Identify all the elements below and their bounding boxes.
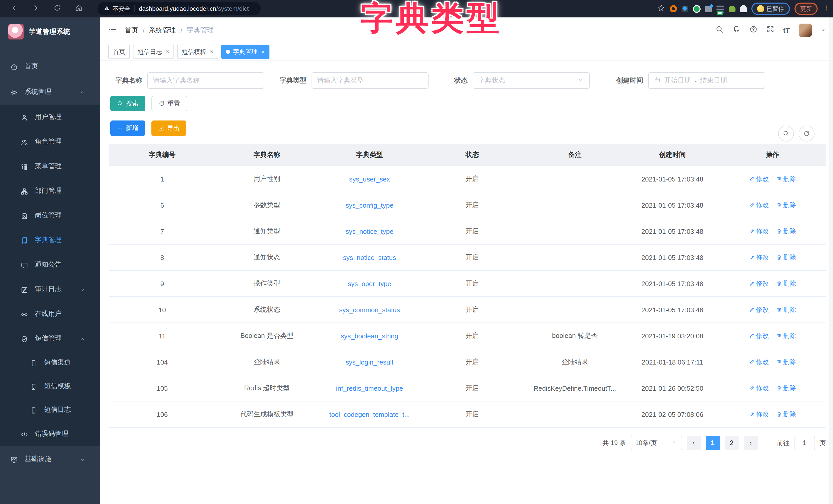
cell-type-link[interactable]: inf_redis_timeout_type	[318, 375, 421, 401]
dict-name-label: 字典名称	[110, 76, 142, 85]
sidebar-item-岗位管理[interactable]: 岗位管理	[0, 203, 100, 228]
delete-link[interactable]: 删除	[776, 254, 796, 261]
collapse-sidebar-icon[interactable]	[108, 25, 117, 35]
reset-button[interactable]: 重置	[151, 96, 187, 111]
tab-短信模板[interactable]: 短信模板×	[177, 45, 218, 59]
refresh-button[interactable]	[799, 126, 814, 142]
delete-link[interactable]: 删除	[776, 227, 796, 234]
date-range-picker[interactable]: 开始日期 - 结束日期	[648, 72, 765, 89]
edit-link[interactable]: 修改	[749, 332, 769, 339]
delete-link[interactable]: 删除	[776, 306, 796, 313]
back-icon[interactable]	[6, 4, 22, 14]
bookmark-star-icon[interactable]	[657, 4, 665, 14]
goto-page-input[interactable]	[794, 436, 815, 450]
sidebar-item-短信管理[interactable]: 短信管理	[0, 326, 100, 351]
dict-name-input[interactable]: 请输入字典名称	[147, 72, 264, 89]
breadcrumb-item[interactable]: 系统管理	[149, 26, 176, 35]
chevron-up-icon	[79, 88, 92, 96]
paused-badge[interactable]: 已暂停	[751, 3, 790, 15]
add-button[interactable]: 新增	[110, 121, 145, 136]
cell-type-link[interactable]: sys_boolean_string	[318, 323, 421, 349]
edit-link[interactable]: 修改	[749, 358, 769, 365]
sidebar-item-错误码管理[interactable]: 错误码管理	[0, 422, 100, 446]
prev-page-button[interactable]	[687, 436, 701, 450]
next-page-button[interactable]	[743, 436, 758, 450]
help-icon[interactable]	[749, 25, 758, 35]
github-icon[interactable]	[732, 25, 741, 35]
edit-link[interactable]: 修改	[749, 254, 769, 261]
sidebar-item-审计日志[interactable]: 审计日志	[0, 277, 100, 301]
export-button[interactable]: 导出	[151, 121, 186, 136]
delete-link[interactable]: 删除	[776, 175, 796, 182]
close-icon[interactable]: ×	[210, 48, 214, 55]
chevron-down-icon[interactable]	[821, 26, 826, 35]
page-button-1[interactable]: 1	[706, 436, 720, 450]
home-icon[interactable]	[71, 4, 86, 14]
search-button[interactable]: 搜索	[110, 96, 145, 111]
edit-link[interactable]: 修改	[749, 384, 769, 392]
sidebar-item-基础设施[interactable]: 基础设施	[0, 446, 100, 472]
sidebar-item-短信渠道[interactable]: 短信渠道	[0, 351, 100, 374]
update-button[interactable]: 更新	[794, 3, 817, 15]
page-size-select[interactable]: 10条/页	[630, 436, 682, 450]
status-select[interactable]: 字典状态	[473, 72, 590, 89]
hide-search-button[interactable]	[778, 126, 794, 142]
sidebar-item-部门管理[interactable]: 部门管理	[0, 178, 100, 203]
edit-link[interactable]: 修改	[749, 410, 769, 418]
font-size-icon[interactable]: tT	[783, 26, 790, 34]
extension-on-icon[interactable]	[716, 5, 724, 12]
breadcrumb-item[interactable]: 首页	[125, 26, 138, 35]
cell-type-link[interactable]: sys_common_status	[318, 297, 421, 323]
extension-icon[interactable]	[681, 5, 688, 12]
close-icon[interactable]: ×	[166, 48, 169, 55]
sidebar-item-首页[interactable]: 首页	[0, 53, 100, 79]
browser-menu-icon[interactable]	[823, 4, 830, 13]
delete-link[interactable]: 删除	[776, 358, 796, 365]
sidebar-item-短信日志[interactable]: 短信日志	[0, 398, 100, 422]
delete-link[interactable]: 删除	[776, 410, 796, 418]
sidebar-item-字典管理[interactable]: 字典管理	[0, 228, 100, 252]
tab-首页[interactable]: 首页	[108, 45, 130, 59]
fullscreen-icon[interactable]	[766, 25, 775, 35]
address-bar[interactable]: 不安全 dashboard.yudao.iocoder.cn/system/di…	[97, 2, 261, 16]
reload-icon[interactable]	[49, 4, 65, 14]
tab-短信日志[interactable]: 短信日志×	[133, 45, 174, 59]
edit-link[interactable]: 修改	[749, 227, 769, 234]
cell-type-link[interactable]: sys_notice_status	[318, 244, 421, 271]
forward-icon[interactable]	[28, 4, 43, 14]
page-button-2[interactable]: 2	[724, 436, 739, 450]
cell-type-link[interactable]: sys_oper_type	[318, 271, 421, 297]
extension-icon[interactable]	[669, 5, 677, 12]
edit-link[interactable]: 修改	[749, 306, 769, 313]
edit-link[interactable]: 修改	[749, 280, 769, 287]
extension-icon[interactable]	[705, 5, 712, 12]
delete-link[interactable]: 删除	[776, 384, 796, 392]
sidebar-item-在线用户[interactable]: 在线用户	[0, 301, 100, 326]
search-icon[interactable]	[715, 25, 724, 35]
sidebar-item-系统管理[interactable]: 系统管理	[0, 79, 100, 105]
extension-icon[interactable]	[740, 5, 746, 12]
extension-icon[interactable]	[693, 5, 700, 12]
sidebar-item-菜单管理[interactable]: 菜单管理	[0, 154, 100, 178]
chevron-down-icon	[672, 439, 677, 447]
extension-icon[interactable]	[729, 5, 735, 12]
cell-type-link[interactable]: sys_notice_type	[318, 218, 421, 244]
dict-type-input[interactable]: 请输入字典类型	[312, 72, 429, 89]
delete-link[interactable]: 删除	[776, 201, 796, 208]
cell-type-link[interactable]: sys_login_result	[318, 349, 421, 375]
tab-字典管理[interactable]: 字典管理×	[221, 45, 269, 59]
cell-type-link[interactable]: sys_user_sex	[318, 166, 421, 192]
avatar[interactable]	[799, 24, 812, 37]
cell-type-link[interactable]: sys_config_type	[318, 192, 421, 218]
sidebar-item-通知公告[interactable]: 通知公告	[0, 252, 100, 277]
sidebar-item-短信模板[interactable]: 短信模板	[0, 374, 100, 398]
delete-link[interactable]: 删除	[776, 332, 796, 339]
page-scrollbar[interactable]	[829, 18, 833, 504]
sidebar-item-用户管理[interactable]: 用户管理	[0, 105, 100, 129]
close-icon[interactable]: ×	[261, 48, 265, 55]
edit-link[interactable]: 修改	[749, 175, 769, 182]
delete-link[interactable]: 删除	[776, 280, 796, 287]
edit-link[interactable]: 修改	[749, 201, 769, 208]
cell-type-link[interactable]: tool_codegen_template_t...	[318, 401, 421, 427]
sidebar-item-角色管理[interactable]: 角色管理	[0, 129, 100, 154]
